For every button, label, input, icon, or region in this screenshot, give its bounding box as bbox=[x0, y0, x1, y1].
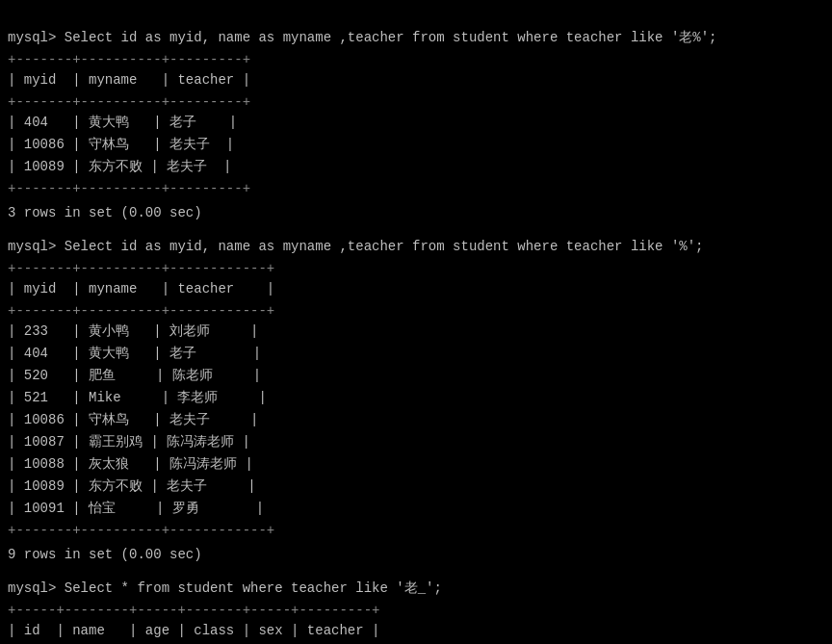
table-row: | 233 | 黄小鸭 | 刘老师 | bbox=[8, 322, 824, 342]
table-row: | 404 | 黄大鸭 | 老子 | bbox=[8, 344, 824, 364]
table-separator-top: +-------+----------+---------+ bbox=[8, 50, 824, 70]
command-line: mysql> Select * from student where teach… bbox=[8, 579, 824, 599]
block-block1: mysql> Select id as myid, name as myname… bbox=[8, 28, 824, 233]
command-line: mysql> Select id as myid, name as myname… bbox=[8, 28, 824, 48]
rowcount-info: 9 rows in set (0.00 sec) bbox=[8, 545, 824, 565]
table-header: | myid | myname | teacher | bbox=[8, 279, 824, 299]
table-row: | 10088 | 灰太狼 | 陈冯涛老师 | bbox=[8, 454, 824, 475]
table-row: | 10091 | 怡宝 | 罗勇 | bbox=[8, 499, 824, 519]
table-header: | id | name | age | class | sex | teache… bbox=[8, 621, 824, 641]
table-separator-header: +-------+----------+------------+ bbox=[8, 301, 824, 322]
table-header: | myid | myname | teacher | bbox=[8, 70, 824, 90]
table-row: | 10089 | 东方不败 | 老夫子 | bbox=[8, 477, 824, 497]
block-block3: mysql> Select * from student where teach… bbox=[8, 579, 824, 644]
command-line: mysql> Select id as myid, name as myname… bbox=[8, 237, 824, 257]
table-separator-bottom: +-------+----------+------------+ bbox=[8, 521, 824, 541]
table-separator-top: +-----+--------+-----+-------+-----+----… bbox=[8, 601, 824, 621]
terminal: mysql> Select id as myid, name as myname… bbox=[8, 8, 824, 644]
table-row: | 10086 | 守林鸟 | 老夫子 | bbox=[8, 135, 824, 155]
table-separator-header: +-------+----------+---------+ bbox=[8, 92, 824, 113]
table-row: | 10086 | 守林鸟 | 老夫子 | bbox=[8, 410, 824, 430]
table-row: | 520 | 肥鱼 | 陈老师 | bbox=[8, 366, 824, 386]
table-separator-bottom: +-------+----------+---------+ bbox=[8, 179, 824, 199]
rowcount-info: 3 rows in set (0.00 sec) bbox=[8, 203, 824, 223]
table-row: | 521 | Mike | 李老师 | bbox=[8, 388, 824, 408]
table-separator-top: +-------+----------+------------+ bbox=[8, 259, 824, 279]
table-row: | 10087 | 霸王别鸡 | 陈冯涛老师 | bbox=[8, 432, 824, 452]
blank-line bbox=[8, 227, 824, 233]
table-row: | 404 | 黄大鸭 | 老子 | bbox=[8, 113, 824, 133]
table-row: | 10089 | 东方不败 | 老夫子 | bbox=[8, 157, 824, 177]
blank-line bbox=[8, 569, 824, 575]
block-block2: mysql> Select id as myid, name as myname… bbox=[8, 237, 824, 575]
